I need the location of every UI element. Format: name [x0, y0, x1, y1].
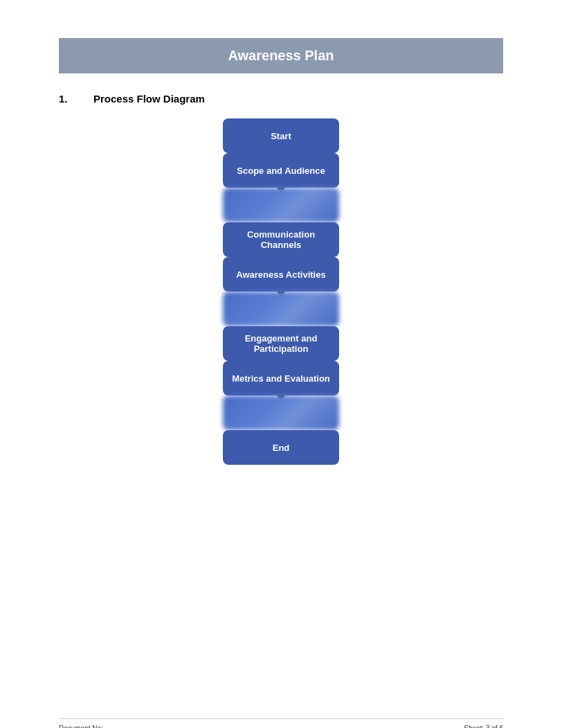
flow-node-scope: Scope and Audience [223, 153, 339, 188]
page: Awareness Plan 1. Process Flow Diagram S… [0, 38, 562, 728]
flow-node-blurred-2 [223, 292, 339, 326]
flow-node-comms: Communication Channels [223, 222, 339, 257]
footer: Document No: Revision No: Sheet: 3 of 6 … [59, 718, 503, 728]
flow-node-awareness: Awareness Activities [223, 257, 339, 292]
flow-node-engagement: Engagement and Participation [223, 326, 339, 361]
document-no-label: Document No: [59, 723, 103, 728]
flow-node-metrics: Metrics and Evaluation [223, 361, 339, 396]
header-banner: Awareness Plan [59, 38, 503, 73]
flow-node-blurred-1 [223, 188, 339, 222]
sheet-label: Sheet: 3 of 6 [437, 723, 503, 728]
section-number: 1. [59, 93, 80, 105]
flow-node-start: Start [223, 118, 339, 153]
section-heading: 1. Process Flow Diagram [59, 93, 503, 105]
flow-node-end: End [223, 430, 339, 465]
footer-left: Document No: Revision No: [59, 723, 103, 728]
page-title: Awareness Plan [73, 48, 489, 64]
flow-node-blurred-3 [223, 396, 339, 430]
flow-diagram: Start Scope and Audience Communication C… [0, 118, 562, 465]
footer-right: Sheet: 3 of 6 Issue Date: xx-xxx-xx [437, 723, 503, 728]
section-title-text: Process Flow Diagram [93, 93, 205, 105]
